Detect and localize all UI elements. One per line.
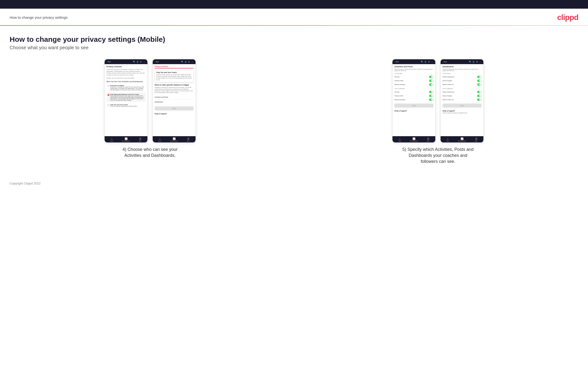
activities-posts-chevron: ›	[193, 96, 194, 98]
settings-icon-1[interactable]: ⚙	[140, 60, 142, 63]
more-icon-4[interactable]: ⋮	[479, 60, 482, 63]
more-icon-2[interactable]: ⋮	[191, 60, 194, 63]
tab-menu-3[interactable]: ☰ Menu	[421, 137, 435, 142]
settings-icon-4[interactable]: ⚙	[476, 60, 478, 63]
search-icon-3[interactable]: 🔍	[421, 60, 423, 63]
followers-what-to-work-row: What To Work On	[442, 98, 482, 102]
phone-body-3: Activities and Posts Select the types of…	[392, 64, 435, 136]
followers-player-dash-row: Player Dashboard	[442, 90, 482, 94]
save-button-3[interactable]: Save	[394, 103, 433, 108]
back-label-4: Back	[444, 61, 447, 62]
tab-performance-1[interactable]: 📈 My Performance	[119, 137, 133, 142]
phone-nav-2: ‹ Back 🔍 👤 ⚙ ⋮	[153, 59, 196, 64]
privacy-controls-body-1: Control how you and your data appears to…	[106, 69, 146, 76]
phone-tabs-2: ⌂ Home 📈 My Performance ☰ Menu	[153, 136, 196, 142]
followers-rounds-label: Rounds	[394, 91, 399, 93]
help-label-3: Help & Support	[394, 110, 407, 112]
followers-manual-toggle[interactable]	[429, 99, 433, 101]
phone-tabs-1: ⌂ Home 📈 My Performance ☰ Menu	[105, 136, 147, 142]
back-nav-2[interactable]: ‹ Back	[155, 61, 159, 62]
settings-icon-3[interactable]: ⚙	[428, 60, 430, 63]
screenshots-row: ‹ Back 🔍 👤 ⚙ ⋮ Privacy Controls	[10, 59, 578, 165]
activities-posts-label: Activities and Posts	[155, 96, 168, 98]
followers-drills-toggle[interactable]	[429, 95, 433, 97]
tab-performance-4[interactable]: 📈 My Performance	[455, 137, 469, 142]
phone-screen-2: ‹ Back 🔍 👤 ⚙ ⋮ Privacy Controls	[153, 59, 196, 143]
help-section-3: Help & Support	[394, 108, 433, 113]
more-icon-3[interactable]: ⋮	[431, 60, 433, 63]
activities-title: Activities and Posts	[394, 66, 433, 68]
save-button-2[interactable]: Save	[155, 106, 194, 110]
settings-icon-2[interactable]: ⚙	[188, 60, 190, 63]
dashboards-row[interactable]: Dashboards ›	[155, 100, 194, 104]
followers-round-insights-label: Round Insights	[442, 95, 452, 97]
coaches-player-dash-toggle[interactable]	[477, 76, 482, 78]
privacy-tab-item[interactable]: Privacy Controls	[155, 66, 168, 68]
phone-screen-3: ‹ Back 🔍 👤 ⚙ ⋮ Activities and Posts Sele…	[392, 59, 435, 143]
page-subtitle: Choose what you want people to see	[10, 45, 578, 50]
followers-header-3: FOLLOWERS	[394, 88, 433, 89]
tab-menu-2[interactable]: ☰ Menu	[181, 137, 195, 142]
coaches-round-insights-toggle[interactable]	[477, 80, 482, 82]
back-nav-4[interactable]: ‹ Back	[442, 61, 447, 62]
followers-rounds-row: Rounds	[394, 90, 433, 94]
back-chevron-3: ‹	[394, 61, 395, 62]
radio-everyone[interactable]	[107, 85, 109, 87]
radio-option-approved[interactable]: Only Approved Followers and Your Coach O…	[106, 93, 146, 102]
followers-what-to-work-label: What To Work On	[442, 99, 454, 100]
coaches-rounds-label: Rounds	[394, 76, 399, 78]
dashboards-title: Dashboards	[442, 66, 482, 68]
phone-tabs-4: ⌂ Home 📈 My Performance ☰ Menu	[441, 136, 483, 142]
tab-home-2[interactable]: ⌂ Home	[153, 137, 167, 142]
coaches-manual-toggle[interactable]	[429, 83, 433, 86]
coaches-what-to-work-toggle[interactable]	[477, 83, 482, 86]
person-icon-4[interactable]: 👤	[472, 60, 475, 63]
search-icon-1[interactable]: 🔍	[133, 60, 135, 63]
coaches-drills-toggle[interactable]	[429, 80, 433, 82]
tab-menu-4[interactable]: ☰ Menu	[469, 137, 483, 142]
performance-icon-1: 📈	[125, 137, 128, 140]
back-chevron-2: ‹	[155, 61, 155, 62]
search-icon-4[interactable]: 🔍	[469, 60, 471, 63]
activities-subtitle: Select the types of activity that you'd …	[394, 68, 433, 71]
tab-home-1[interactable]: ⌂ Home	[105, 137, 119, 142]
radio-option-everyone[interactable]: Everyone on Clippd Everyone on Clippd ca…	[106, 84, 146, 92]
coaches-rounds-row: Rounds	[394, 75, 433, 79]
more-icon-1[interactable]: ⋮	[143, 60, 146, 63]
followers-round-insights-toggle[interactable]	[477, 95, 482, 97]
home-icon-1: ⌂	[111, 137, 112, 140]
followers-drills-row: Practice Drills	[394, 94, 433, 98]
coaches-manual-row: Manual Activities	[394, 83, 433, 86]
tab-performance-3[interactable]: 📈 My Performance	[407, 137, 421, 142]
double-phones-2: ‹ Back 🔍 👤 ⚙ ⋮ Activities and Posts Sele…	[392, 59, 484, 143]
tab-menu-1[interactable]: ☰ Menu	[133, 137, 147, 142]
back-nav-3[interactable]: ‹ Back	[394, 61, 399, 62]
activities-posts-row[interactable]: Activities and Posts ›	[155, 95, 194, 100]
person-icon-3[interactable]: 👤	[424, 60, 427, 63]
coaches-rounds-toggle[interactable]	[429, 76, 433, 78]
screenshot-group-1: ‹ Back 🔍 👤 ⚙ ⋮ Privacy Controls	[10, 59, 291, 158]
tab-home-4[interactable]: ⌂ Home	[441, 137, 455, 142]
radio-option-coach-only[interactable]: Only You and Your Coach Only you and the…	[106, 103, 146, 108]
followers-rounds-toggle[interactable]	[429, 91, 433, 93]
back-nav-1[interactable]: ‹ Back	[106, 61, 111, 62]
phone-screen-1: ‹ Back 🔍 👤 ⚙ ⋮ Privacy Controls	[104, 59, 148, 143]
followers-player-dash-toggle[interactable]	[477, 91, 482, 93]
back-label-2: Back	[156, 61, 159, 62]
person-icon-1[interactable]: 👤	[136, 60, 139, 63]
nav-icons-2: 🔍 👤 ⚙ ⋮	[181, 60, 194, 63]
save-button-4[interactable]: Save	[442, 103, 482, 108]
followers-what-to-work-toggle[interactable]	[477, 99, 482, 101]
search-icon-2[interactable]: 🔍	[181, 60, 183, 63]
tab-home-3[interactable]: ⌂ Home	[392, 137, 407, 142]
tab-performance-2[interactable]: 📈 My Performance	[167, 137, 181, 142]
back-chevron-4: ‹	[442, 61, 443, 62]
performance-label-4: My Performance	[458, 141, 466, 142]
radio-approved[interactable]	[107, 94, 109, 96]
followers-player-dash-label: Player Dashboard	[442, 91, 454, 93]
radio-coach-only-text: Only You and Your Coach Only you and the…	[110, 104, 137, 107]
performance-icon-3: 📈	[412, 137, 415, 140]
radio-coach-only[interactable]	[107, 104, 109, 106]
person-icon-2[interactable]: 👤	[184, 60, 187, 63]
screenshot-group-2: ‹ Back 🔍 👤 ⚙ ⋮ Activities and Posts Sele…	[298, 59, 579, 165]
